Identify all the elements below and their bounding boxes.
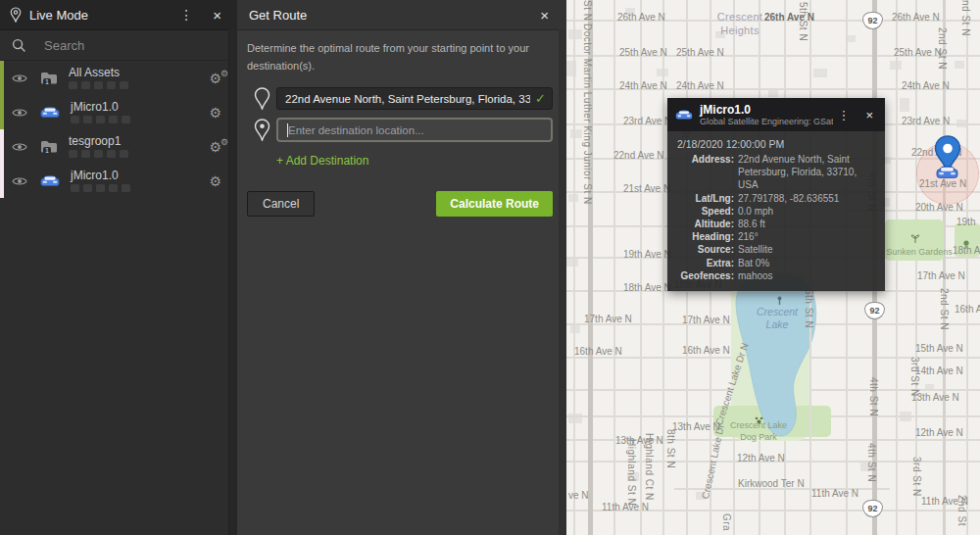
- field-label: Speed:: [677, 205, 734, 218]
- street-label: 24th Ave N: [902, 80, 950, 91]
- asset-row[interactable]: jMicro1.0⚙: [0, 164, 237, 198]
- status-icons: [71, 184, 209, 192]
- route-description: Determine the optimal route from your st…: [247, 40, 541, 74]
- field-value: mahoos: [738, 269, 773, 282]
- settings-icon[interactable]: ⚙: [209, 174, 221, 188]
- building: [627, 472, 639, 481]
- get-route-header: Get Route ×: [237, 0, 566, 30]
- field-value: 88.6 ft: [738, 218, 765, 230]
- field-label: Altitude:: [677, 218, 734, 230]
- asset-meta: jMicro1.0: [71, 170, 209, 192]
- popup-data-row: Address:22nd Avenue North, Saint Petersb…: [677, 153, 875, 192]
- calculate-route-button[interactable]: Calculate Route: [436, 191, 553, 217]
- road: [566, 461, 980, 462]
- start-location-input[interactable]: [276, 87, 553, 110]
- street-label: 25th Ave N: [894, 47, 942, 58]
- building: [955, 61, 964, 69]
- street-label: 17th Ave N: [584, 314, 632, 324]
- building: [890, 61, 902, 70]
- asset-row[interactable]: 1tesgroop1⚙⚙: [0, 129, 237, 164]
- street-label: 13th Ave N: [615, 435, 663, 446]
- dog-park-icon: [755, 411, 763, 428]
- street-label: 8th St N: [665, 429, 676, 468]
- street-label: 26th Ave N: [892, 12, 940, 23]
- get-route-close-icon[interactable]: ×: [534, 7, 555, 24]
- asset-row[interactable]: 1All Assets⚙⚙: [0, 61, 237, 95]
- asset-meta: tesgroop1: [69, 135, 209, 158]
- street-label: 17th Ave N: [917, 270, 965, 281]
- building: [847, 35, 856, 42]
- asset-meta: jMicro1.0: [71, 101, 209, 123]
- asset-row[interactable]: jMicro1.0⚙: [0, 95, 237, 129]
- cancel-button[interactable]: Cancel: [247, 191, 315, 217]
- status-icon: [122, 184, 130, 192]
- visibility-eye-icon[interactable]: [12, 141, 27, 153]
- search-bar[interactable]: Search: [0, 30, 237, 61]
- group-color-strip: [0, 95, 4, 129]
- road: [674, 488, 890, 490]
- panel-close-icon[interactable]: ×: [207, 7, 227, 24]
- destination-row: [247, 118, 553, 142]
- add-destination-link[interactable]: + Add Destination: [276, 154, 368, 168]
- panel-title: Live Mode: [29, 8, 166, 23]
- street-label: 2nd St: [956, 495, 967, 526]
- visibility-eye-icon[interactable]: [12, 107, 27, 119]
- group-count-badge: 1: [43, 78, 51, 86]
- asset-name: jMicro1.0: [71, 101, 209, 113]
- asset-name: jMicro1.0: [71, 170, 209, 181]
- panel-menu-kebab-icon[interactable]: ⋮: [166, 7, 207, 23]
- street-label: 19th Ave N: [623, 249, 671, 260]
- road: [573, 0, 575, 535]
- vehicle-map-icon[interactable]: [936, 165, 958, 183]
- road: [966, 0, 968, 535]
- group-count-badge: 1: [43, 147, 51, 155]
- status-icon: [94, 81, 103, 89]
- status-icon: [83, 184, 92, 192]
- application-window: Live Mode ⋮ × Search 1All Assets⚙⚙jMicro…: [0, 0, 980, 535]
- street-label: 2nd St N: [937, 27, 948, 70]
- popup-data-row: Speed:0.0 mph: [677, 205, 875, 218]
- popup-data-rows: Address:22nd Avenue North, Saint Petersb…: [677, 153, 875, 282]
- field-value: 22nd Avenue North, Saint Petersburg, Flo…: [738, 153, 875, 192]
- sunken-gardens-area: [885, 219, 944, 261]
- popup-data-row: Heading:216°: [677, 230, 875, 243]
- park-area: [731, 270, 809, 441]
- street-label: 16th Ave N: [682, 345, 730, 356]
- settings-icon[interactable]: ⚙⚙: [209, 140, 221, 154]
- location-pin-icon: [10, 7, 22, 23]
- popup-close-icon[interactable]: ×: [861, 108, 877, 122]
- building: [715, 31, 725, 38]
- street-label: Kirkwood Ter N: [738, 478, 805, 489]
- asset-info-popup: jMicro1.0 Global Satellite Engineering: …: [667, 98, 885, 291]
- live-mode-panel: Live Mode ⋮ × Search 1All Assets⚙⚙jMicro…: [0, 0, 237, 535]
- panel-scrollbar[interactable]: [559, 29, 566, 535]
- settings-icon[interactable]: ⚙⚙: [209, 72, 221, 85]
- asset-pin-marker[interactable]: [934, 135, 961, 183]
- fountain-icon: [776, 292, 783, 310]
- settings-icon[interactable]: ⚙: [209, 106, 221, 120]
- building: [900, 98, 909, 112]
- street-label: 3rd St N: [909, 357, 920, 397]
- map-canvas[interactable]: 26th Ave N26th Ave N26th Ave N25th Ave N…: [566, 0, 980, 535]
- asset-meta: All Assets: [69, 67, 209, 89]
- visibility-eye-icon[interactable]: [12, 175, 27, 187]
- street-label: 15th Ave N: [915, 343, 963, 354]
- sidebar-scrollbar[interactable]: [228, 29, 237, 535]
- visibility-eye-icon[interactable]: [12, 73, 27, 84]
- building: [566, 61, 576, 76]
- field-label: Geofences:: [677, 269, 734, 282]
- road: [613, 0, 615, 535]
- road: [896, 0, 898, 535]
- destination-input[interactable]: [276, 118, 553, 142]
- street-label: St N: [582, 0, 593, 21]
- street-label: 21st Ave N: [623, 183, 670, 194]
- building: [657, 69, 668, 76]
- start-location-row: ✓: [247, 87, 553, 110]
- street-label: Doctor Martin Luther King Junior St N: [582, 24, 593, 205]
- crescent-lake-water: [736, 274, 816, 436]
- group-color-strip: [0, 61, 4, 95]
- popup-menu-kebab-icon[interactable]: ⋮: [833, 108, 861, 122]
- building: [768, 90, 778, 97]
- street-label: 23rd Ave N: [623, 116, 671, 126]
- status-icons: [69, 150, 209, 158]
